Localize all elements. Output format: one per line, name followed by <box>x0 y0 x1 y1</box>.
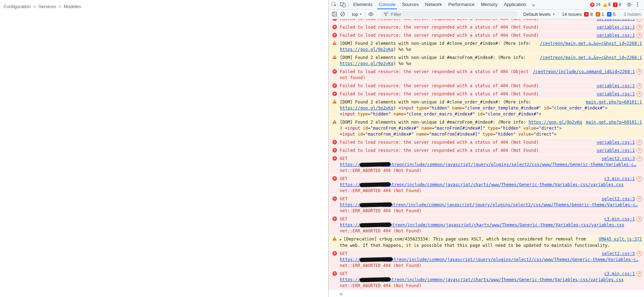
live-expression-eye-icon[interactable] <box>367 11 375 18</box>
extension-icon[interactable]: ↗ <box>637 25 642 30</box>
warning-count-icon[interactable] <box>603 3 607 7</box>
breadcrumb-item[interactable]: Configuration <box>4 4 31 9</box>
source-link[interactable]: c3.min.css:1 <box>604 176 635 182</box>
message-link[interactable]: https://goo.gl/9p2vKq <box>340 47 393 52</box>
source-link-wrap: variables.css:1↗ <box>597 148 642 154</box>
filter-input[interactable] <box>390 11 508 17</box>
message-link[interactable]: /centreon/include/common/javascript/jque… <box>384 257 638 262</box>
message-text: id <box>544 106 549 111</box>
source-link[interactable]: variables.css:1 <box>597 32 635 38</box>
issues-counter[interactable]: 14 Issues: ! 8 ! 1 ≡ 5 <box>562 12 615 17</box>
message-link[interactable]: https:// <box>340 257 360 262</box>
device-toolbar-icon[interactable] <box>338 1 347 8</box>
source-link[interactable]: variables.css:1 <box>597 139 635 145</box>
source-link[interactable]: c3.min.css:1 <box>604 271 635 277</box>
source-link[interactable]: /centreon/main.get.p…&o=c&host_id=2268:1 <box>540 55 642 61</box>
message-link[interactable]: /centreon/include/common/javascript/char… <box>381 277 624 282</box>
source-link[interactable]: variables.css:1 <box>597 83 635 89</box>
tab-memory[interactable]: Memory <box>478 0 501 9</box>
console-message-row: main.get.php?p=60101:1[DOM] Found 2 elem… <box>329 118 644 138</box>
tab-performance[interactable]: Performance <box>445 0 477 9</box>
message-link[interactable]: https://goo.gl/9p2vKq <box>529 120 582 125</box>
extension-icon[interactable]: ↗ <box>637 196 642 202</box>
issues-count-icon[interactable]: ! <box>613 2 618 7</box>
message-text: "hidden" <box>500 126 521 131</box>
message-link[interactable]: https://goo.gl/9p2vKq <box>340 61 393 66</box>
error-icon: × <box>332 25 337 29</box>
message-text: "macroFrom[#index#]" <box>429 132 480 137</box>
message-link[interactable]: https:// <box>340 222 360 227</box>
extension-icon[interactable]: ↗ <box>637 251 642 256</box>
chevron-down-icon: ▾ <box>553 12 555 16</box>
log-levels-dropdown[interactable]: Default levels ▾ <box>521 12 557 17</box>
extension-icon[interactable]: ↗ <box>637 69 642 75</box>
message-link[interactable]: https:// <box>340 182 360 187</box>
extension-icon[interactable]: ↗ <box>637 271 642 277</box>
message-link[interactable]: /centreon/include/common/javascript/char… <box>381 182 624 187</box>
extension-icon[interactable]: ↗ <box>637 19 642 22</box>
console-sidebar-icon[interactable] <box>331 11 339 18</box>
source-link[interactable]: /centreon/main.get.p…&o=c&host_id=2268:1 <box>540 41 642 47</box>
extension-icon[interactable]: ↗ <box>637 216 642 222</box>
tab-sources[interactable]: Sources <box>399 0 422 9</box>
tab-console[interactable]: Console <box>375 0 399 9</box>
source-link[interactable]: main.get.php?p=60101:1 <box>586 119 642 125</box>
console-message-line: GET <box>340 271 641 277</box>
source-link[interactable]: VM445 xslt.js:372 <box>598 236 642 242</box>
source-link[interactable]: /centreon/include/co…ommand_id&id=2268:1 <box>533 69 635 75</box>
extension-icon[interactable]: ↗ <box>637 176 642 182</box>
message-text: <input <box>345 126 360 131</box>
source-link[interactable]: variables.css:1 <box>597 19 635 22</box>
more-tabs-icon[interactable]: » <box>529 2 537 8</box>
warning-count[interactable]: 6 <box>608 2 611 7</box>
source-link[interactable]: select2.css:3 <box>602 196 635 202</box>
clear-console-icon[interactable] <box>339 11 347 18</box>
message-link[interactable]: https:// <box>340 162 360 167</box>
error-count[interactable]: 24 <box>596 2 600 7</box>
message-link[interactable]: /centreon/include/common/javascript/jque… <box>383 202 638 207</box>
message-link[interactable]: /centreon/include/common/javascript/char… <box>382 222 624 227</box>
tab-network[interactable]: Network <box>422 0 445 9</box>
source-link-wrap: /centreon/main.get.p…&o=c&host_id=2268:1 <box>540 41 642 47</box>
extension-icon[interactable]: ↗ <box>637 140 642 145</box>
source-link[interactable]: main.get.php?p=60101:1 <box>586 99 642 105</box>
console-message-row: ×variables.css:1↗Failed to load resource… <box>329 31 644 40</box>
breadcrumb-item[interactable]: Services <box>38 4 56 9</box>
console-prompt[interactable]: > <box>329 290 644 297</box>
extension-icon[interactable]: ↗ <box>637 148 642 153</box>
warning-icon <box>332 41 337 45</box>
tab-elements[interactable]: Elements <box>350 0 375 9</box>
inspect-element-icon[interactable] <box>330 1 338 8</box>
issues-count[interactable]: 8 <box>619 2 621 7</box>
message-link[interactable]: https:// <box>340 277 360 282</box>
extension-icon[interactable]: ↗ <box>637 83 642 89</box>
extension-icon[interactable]: ↗ <box>637 33 642 38</box>
page-error-issues-icon: ! <box>584 12 589 17</box>
source-link[interactable]: variables.css:1 <box>597 91 635 97</box>
message-text: name <box>452 106 462 111</box>
message-link[interactable]: https://goo.gl/9p2vKq <box>340 106 393 111</box>
source-link[interactable]: variables.css:1 <box>597 148 635 154</box>
message-text: Failed to load resource: the server resp… <box>340 140 539 145</box>
message-link[interactable]: /centreon/include/common/javascript/jque… <box>381 162 636 167</box>
error-count-icon[interactable]: × <box>590 2 595 7</box>
message-link[interactable]: https:// <box>340 202 360 207</box>
kebab-menu-icon[interactable] <box>633 1 642 8</box>
breadcrumb-item[interactable]: Modèles <box>64 4 81 9</box>
extension-icon[interactable]: ↗ <box>637 91 642 97</box>
source-link[interactable]: c3.min.css:1 <box>604 216 635 222</box>
settings-gear-icon[interactable] <box>625 1 633 8</box>
console-message-line: Failed to load resource: the server resp… <box>340 91 641 97</box>
message-text: = <box>549 106 552 111</box>
message-text: = <box>462 106 465 111</box>
tab-application[interactable]: Application <box>501 0 530 9</box>
source-link[interactable]: select2.css:3 <box>602 156 635 162</box>
message-text: [DOM] Found 2 elements with non-unique i… <box>340 100 531 105</box>
console-message-line: Failed to load resource: the server resp… <box>340 139 641 145</box>
message-text: "macroFrom_#index#" <box>371 126 419 131</box>
source-link[interactable]: select2.css:3 <box>602 251 635 257</box>
hidden-messages-label[interactable]: 3 hidden <box>624 12 641 17</box>
context-selector[interactable]: top ▾ <box>350 12 364 17</box>
source-link[interactable]: variables.css:1 <box>597 24 635 30</box>
extension-icon[interactable]: ↗ <box>637 156 642 161</box>
